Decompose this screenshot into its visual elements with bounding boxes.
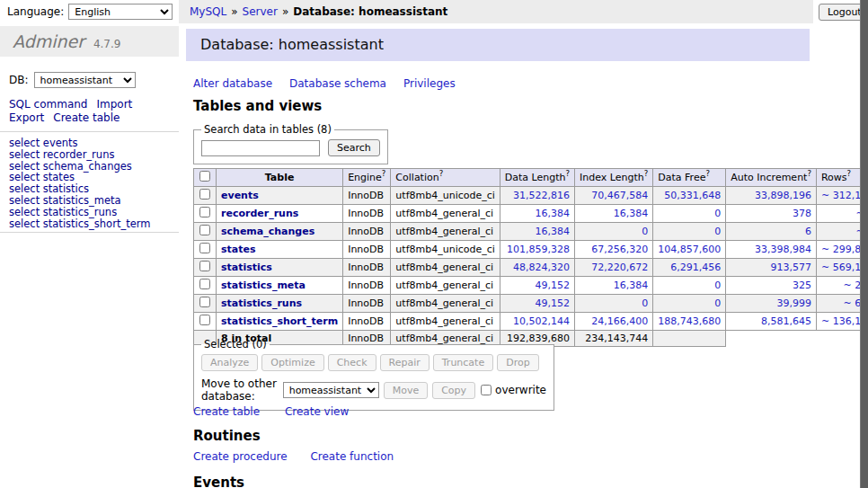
row-checkbox[interactable] — [199, 279, 210, 289]
data-free-link[interactable]: 0 — [714, 226, 721, 237]
table-name-link[interactable]: events — [221, 190, 259, 201]
create-table-link[interactable]: Create table — [193, 405, 260, 418]
analyze-button[interactable]: Analyze — [201, 354, 258, 371]
auto-increment-link[interactable]: 913,577 — [770, 262, 811, 273]
table-name-link[interactable]: statistics — [221, 262, 272, 273]
create-procedure-link[interactable]: Create procedure — [193, 450, 288, 463]
optimize-button[interactable]: Optimize — [261, 354, 323, 371]
privileges-link[interactable]: Privileges — [403, 77, 456, 90]
index-length-link[interactable]: 0 — [642, 226, 648, 237]
index-length-link[interactable]: 0 — [642, 297, 648, 309]
row-checkbox[interactable] — [199, 261, 210, 271]
sidebar-table-link[interactable]: select statistics_runs — [9, 207, 150, 218]
sidebar-table-link[interactable]: select events — [9, 138, 150, 149]
breadcrumb-server-link[interactable]: Server — [243, 5, 278, 18]
table-header-row: Table Engine? Collation? Data Length? In… — [194, 169, 868, 187]
row-checkbox[interactable] — [199, 225, 210, 235]
create-view-link[interactable]: Create view — [285, 405, 349, 418]
language-row: Language: English — [7, 4, 173, 20]
data-length-link[interactable]: 48,824,320 — [513, 262, 570, 273]
auto-increment-link[interactable]: 39,999 — [776, 297, 811, 309]
data-length-link[interactable]: 31,522,816 — [513, 190, 570, 201]
overwrite-checkbox[interactable] — [481, 385, 492, 395]
breadcrumb-current: Database: homeassistant — [293, 5, 447, 18]
auto-increment-link[interactable]: 6 — [805, 226, 811, 237]
scrollbar[interactable] — [860, 0, 868, 488]
create-function-link[interactable]: Create function — [310, 450, 394, 463]
tables-and-views-heading: Tables and views — [193, 98, 322, 114]
sidebar-sql-command-link[interactable]: SQL command — [9, 98, 87, 111]
truncate-button[interactable]: Truncate — [433, 354, 493, 371]
table-name-link[interactable]: statistics_short_term — [221, 315, 338, 327]
sidebar-table-link[interactable]: select recorder_runs — [9, 149, 150, 161]
index-length-link[interactable]: 70,467,584 — [591, 190, 648, 201]
column-header-data-free: Data Free? — [653, 169, 726, 187]
index-length-link[interactable]: 16,384 — [614, 208, 649, 219]
index-length-link[interactable]: 24,166,400 — [591, 315, 648, 327]
data-length-link[interactable]: 49,152 — [536, 279, 571, 291]
collation-cell: utf8mb4_general_ci — [391, 259, 500, 277]
table-name-link[interactable]: schema_changes — [221, 226, 314, 237]
data-free-link[interactable]: 0 — [714, 208, 721, 219]
table-name-link[interactable]: statistics_meta — [221, 279, 306, 291]
data-free-link[interactable]: 0 — [714, 297, 721, 309]
repair-button[interactable]: Repair — [380, 354, 430, 371]
auto-increment-link[interactable]: 325 — [793, 279, 811, 291]
table-name-link[interactable]: statistics_runs — [221, 297, 302, 309]
row-checkbox[interactable] — [199, 315, 210, 325]
totals-data-free — [653, 331, 726, 347]
select-all-checkbox[interactable] — [199, 171, 210, 182]
data-length-link[interactable]: 16,384 — [536, 208, 571, 219]
data-length-link[interactable]: 16,384 — [536, 226, 571, 237]
sidebar-table-link[interactable]: select statistics_short_term — [9, 218, 150, 230]
table-name-link[interactable]: states — [221, 244, 256, 255]
sidebar-table-links: select eventsselect recorder_runsselect … — [9, 138, 150, 229]
tables-list: Table Engine? Collation? Data Length? In… — [193, 168, 868, 347]
index-length-link[interactable]: 16,384 — [614, 279, 649, 291]
breadcrumb-mysql-link[interactable]: MySQL — [190, 5, 226, 18]
move-label: Move to other database: — [201, 377, 279, 403]
app-version: 4.7.9 — [93, 38, 121, 50]
row-checkbox[interactable] — [199, 243, 210, 253]
collation-cell: utf8mb4_general_ci — [391, 277, 500, 295]
row-checkbox[interactable] — [199, 189, 210, 200]
routines-links: Create procedure Create function — [193, 450, 413, 463]
auto-increment-link[interactable]: 33,398,984 — [755, 244, 811, 255]
table-name-link[interactable]: recorder_runs — [221, 208, 298, 219]
search-legend: Search data in tables (8) — [201, 123, 334, 136]
database-schema-link[interactable]: Database schema — [289, 77, 386, 90]
db-select[interactable]: homeassistant — [34, 72, 136, 88]
language-select[interactable]: English — [68, 4, 173, 20]
data-length-link[interactable]: 49,152 — [536, 297, 571, 309]
data-length-link[interactable]: 10,502,144 — [513, 315, 570, 327]
sidebar-import-link[interactable]: Import — [96, 98, 132, 111]
auto-increment-link[interactable]: 378 — [793, 208, 811, 219]
drop-button[interactable]: Drop — [497, 354, 538, 371]
copy-button[interactable]: Copy — [432, 382, 475, 399]
index-length-link[interactable]: 72,220,672 — [591, 262, 648, 273]
sidebar-create-table-link[interactable]: Create table — [53, 111, 120, 124]
data-free-link[interactable]: 50,331,648 — [664, 190, 721, 201]
data-free-link[interactable]: 188,743,680 — [658, 315, 721, 327]
search-input[interactable] — [201, 140, 320, 156]
scrollbar-thumb[interactable] — [862, 0, 868, 488]
row-checkbox[interactable] — [199, 207, 210, 217]
search-button[interactable]: Search — [328, 139, 380, 156]
engine-cell: InnoDB — [343, 295, 391, 313]
check-button[interactable]: Check — [328, 354, 376, 371]
breadcrumb: MySQL » Server » Database: homeassistant — [179, 0, 813, 23]
index-length-link[interactable]: 67,256,320 — [591, 244, 648, 255]
move-db-select[interactable]: homeassistant — [283, 382, 379, 398]
sidebar-export-link[interactable]: Export — [9, 111, 44, 124]
data-length-link[interactable]: 101,859,328 — [507, 244, 570, 255]
auto-increment-link[interactable]: 33,898,196 — [755, 190, 811, 201]
alter-database-link[interactable]: Alter database — [193, 77, 272, 90]
data-free-link[interactable]: 104,857,600 — [658, 244, 721, 255]
data-free-link[interactable]: 0 — [714, 279, 721, 291]
move-button[interactable]: Move — [384, 382, 429, 399]
sidebar-table-link[interactable]: select statistics_meta — [9, 195, 150, 207]
app-name: Adminer — [13, 31, 84, 51]
row-checkbox[interactable] — [199, 297, 210, 307]
auto-increment-link[interactable]: 8,581,645 — [761, 315, 811, 327]
data-free-link[interactable]: 6,291,456 — [670, 262, 721, 273]
